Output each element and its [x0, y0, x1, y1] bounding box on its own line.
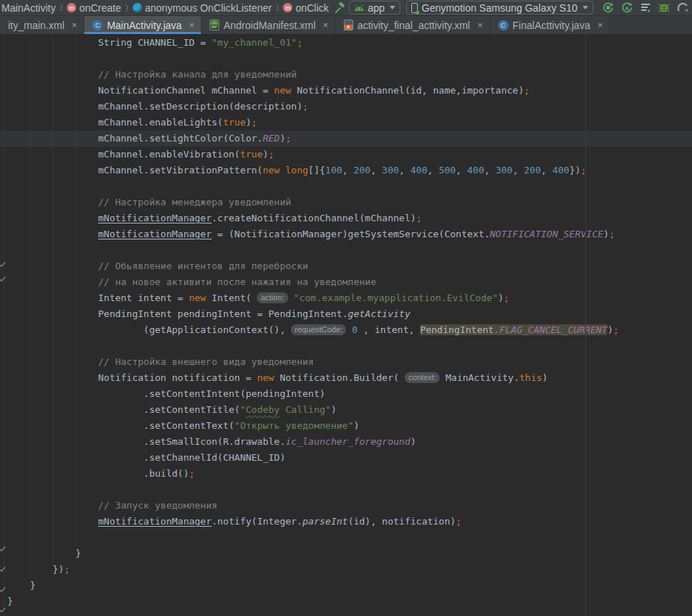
- breadcrumb-item[interactable]: MainActivity: [0, 2, 57, 14]
- code-token: 200: [524, 165, 540, 176]
- tab[interactable]: ity_main.xml×: [0, 16, 84, 34]
- code-line: mChannel.setVibrationPattern(new long[]{…: [0, 163, 692, 178]
- code-token: ;: [64, 564, 70, 575]
- code-line: // Обьявление интентов для переброски: [0, 258, 692, 274]
- code-token: ;: [609, 229, 615, 239]
- close-icon[interactable]: ×: [598, 20, 604, 30]
- breadcrumb-label: onCreate: [79, 2, 121, 14]
- code-token: NotificationChannel mChannel =: [7, 85, 274, 96]
- code-line: [0, 530, 692, 546]
- layout-xml-icon: A: [344, 20, 353, 30]
- tab[interactable]: MFAndroidManifest.xml×: [202, 16, 335, 34]
- code-token: long: [286, 165, 308, 176]
- navigation-toolbar: MainActivity〉monCreate〉anonymous OnClick…: [0, 0, 692, 16]
- tab-label: MainActivity.java: [107, 20, 181, 31]
- code-token: getActivity: [348, 308, 411, 319]
- code-line: .setChannelId(CHANNEL_ID): [0, 450, 692, 466]
- tab-label: AndroidManifest.xml: [223, 20, 316, 31]
- breadcrumb-item[interactable]: monCreate: [65, 2, 123, 14]
- code-token: mChannel.setVibrationPattern(: [7, 165, 263, 176]
- code-token: 400: [552, 165, 569, 176]
- code-token: ,: [456, 165, 467, 176]
- tab-label: FinalActtivity.java: [513, 20, 590, 31]
- code-token: new: [263, 165, 279, 176]
- code-line: [0, 51, 692, 67]
- breadcrumb-separator-icon: 〉: [125, 3, 128, 12]
- code-token: Calling": [280, 404, 331, 415]
- rerun-activity-icon[interactable]: [602, 1, 615, 15]
- indent-guide: [75, 35, 76, 546]
- code-token: ;: [456, 516, 461, 527]
- code-editor[interactable]: String CHANNEL_ID = "my_channel_01"; // …: [0, 35, 692, 616]
- code-token: ;: [416, 213, 422, 223]
- tab-label: activity_final_acttivity.xml: [358, 20, 470, 31]
- tab[interactable]: CFinalActtivity.java×: [490, 16, 611, 34]
- close-icon[interactable]: ×: [477, 20, 483, 30]
- code-token: parseInt: [302, 516, 348, 527]
- manifest-icon: MF: [210, 20, 219, 30]
- code-token: .createNotificationChannel(mChannel): [212, 213, 416, 223]
- android-icon: [354, 4, 364, 12]
- code-token: String CHANNEL_ID =: [7, 37, 212, 48]
- code-token: .setSmallIcon(R.drawable.: [7, 436, 286, 447]
- code-token: 100: [325, 165, 342, 176]
- breadcrumb-item[interactable]: monClick: [281, 2, 330, 14]
- code-line: // Запуск уведомления: [0, 498, 692, 514]
- code-token: ,: [427, 165, 439, 176]
- code-token: Notification.Builder(: [274, 372, 405, 383]
- code-token: ;: [297, 37, 302, 48]
- apply-code-changes-icon[interactable]: A: [621, 1, 634, 15]
- code-token: ): [353, 420, 359, 431]
- hard-wrap-margin: [585, 35, 586, 616]
- method-icon: m: [283, 3, 292, 12]
- code-token: }: [7, 548, 81, 559]
- code-token: []{: [308, 165, 325, 176]
- code-line: // Настройка внешнего вида уведомления: [0, 354, 692, 370]
- code-token: .setContentTitle(: [7, 404, 240, 415]
- code-token: MainActivity.: [440, 372, 519, 383]
- close-icon[interactable]: ×: [189, 20, 195, 30]
- tab[interactable]: Aactivity_final_acttivity.xml×: [336, 16, 490, 34]
- code-token: }): [569, 165, 581, 176]
- code-token: .setContentIntent(pendingIntent): [7, 388, 325, 399]
- code-token: // Настройка менеджера уведомлений: [7, 197, 291, 208]
- device-phone-icon: [411, 3, 418, 13]
- code-token: "Открыть уведомление": [234, 420, 353, 431]
- code-token: ;: [286, 133, 292, 144]
- device-select[interactable]: Genymotion Samsung Galaxy S10: [406, 1, 593, 15]
- close-icon[interactable]: ×: [72, 20, 78, 30]
- code-line: .setContentText("Открыть уведомление"): [0, 418, 692, 434]
- java-class-icon: C: [92, 20, 102, 30]
- breadcrumb-item[interactable]: anonymous OnClickListener: [131, 2, 273, 14]
- code-token: ): [604, 229, 609, 239]
- code-token: ): [246, 117, 252, 128]
- code-token: new: [189, 292, 205, 303]
- code-token: 400: [467, 165, 484, 176]
- profiler-icon[interactable]: [676, 1, 689, 15]
- run-configuration-select[interactable]: app: [349, 1, 400, 15]
- code-token: }): [7, 564, 64, 575]
- code-token: [280, 165, 286, 176]
- chevron-down-icon: [390, 6, 395, 9]
- code-line: // Настройка менеджера уведомлений: [0, 194, 692, 210]
- parameter-hint-chip: requestCode:: [291, 324, 346, 335]
- close-icon[interactable]: ×: [323, 20, 329, 30]
- tab[interactable]: CMainActivity.java×: [84, 16, 202, 34]
- logcat-icon[interactable]: [639, 1, 652, 15]
- code-token: , intent,: [358, 324, 420, 335]
- code-line: }: [0, 594, 692, 609]
- code-line: }: [0, 578, 692, 594]
- debug-icon[interactable]: [658, 1, 671, 15]
- code-token: mChannel.enableLights(: [7, 117, 223, 128]
- code-token: "com.example.myapplication.EvilCode": [294, 292, 498, 303]
- code-line: [0, 178, 692, 194]
- code-token: ;: [189, 468, 194, 479]
- code-line: mChannel.enableLights(true);: [0, 115, 692, 131]
- code-token: mChannel.setLightColor(Color.: [7, 133, 263, 144]
- code-token: ;: [524, 85, 530, 96]
- build-hammer-icon[interactable]: [333, 1, 346, 15]
- code-token: .FLAG_CANCEL_CURRENT: [494, 324, 608, 335]
- svg-text:A: A: [625, 5, 629, 12]
- code-token: ): [280, 133, 286, 144]
- code-token: Intent(: [206, 292, 257, 303]
